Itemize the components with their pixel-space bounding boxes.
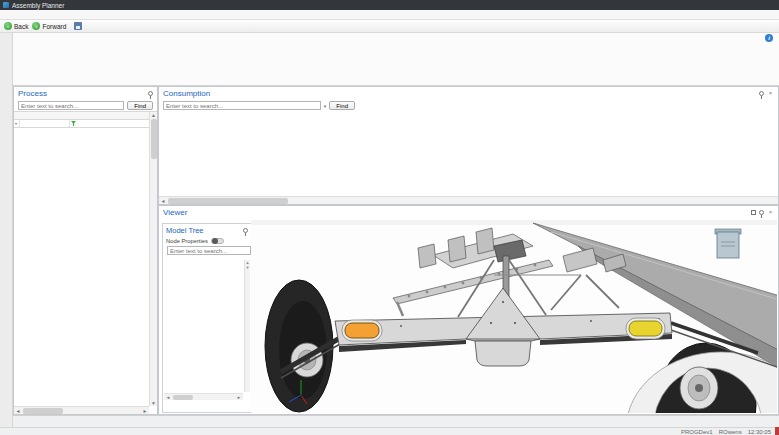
scroll-down-icon[interactable]: ▼ <box>150 400 158 406</box>
model-tree-panel: Model Tree Node Properties Find ▲▼ ◄ ► <box>162 223 252 413</box>
model-tree-scrollbar[interactable]: ▲▼ <box>244 260 250 392</box>
scroll-left-icon[interactable]: ◄ <box>14 408 22 414</box>
consumption-panel: Consumption × ▾ Find ◄ <box>158 86 779 205</box>
process-panel-title: Process <box>18 89 47 98</box>
process-grid-header <box>14 111 157 120</box>
orange-marker-light <box>342 320 382 341</box>
node-properties-toggle[interactable] <box>211 238 224 244</box>
model-tree-tab-strip <box>163 401 165 411</box>
consumption-find-button[interactable]: Find <box>329 101 355 110</box>
scroll-thumb[interactable] <box>173 395 193 400</box>
scroll-right-icon[interactable]: ► <box>235 395 243 400</box>
process-find-button[interactable]: Find <box>127 101 153 110</box>
process-horizontal-scrollbar[interactable]: ◄ ► <box>14 406 149 414</box>
scroll-left-icon[interactable]: ◄ <box>159 198 167 204</box>
pin-icon[interactable] <box>759 91 764 96</box>
model-tree-header: Model Tree <box>163 224 251 237</box>
ribbon-body <box>13 45 779 85</box>
status-bar: PROGDev1 ROwens 12:30:05 <box>0 427 779 435</box>
pin-icon[interactable] <box>148 91 153 96</box>
info-icon[interactable]: i <box>765 34 773 42</box>
consumption-panel-header: Consumption × <box>159 87 778 100</box>
title-bar: Assembly Planner <box>0 0 779 10</box>
window-title: Assembly Planner <box>12 2 64 9</box>
close-icon[interactable]: × <box>767 90 774 97</box>
ribbon-tab-strip <box>13 33 779 45</box>
center-tab <box>475 341 531 366</box>
weld-block <box>715 229 741 258</box>
status-profile: PROGDev1 <box>681 429 713 435</box>
back-icon: ‹ <box>4 22 12 30</box>
node-properties-label: Node Properties <box>166 238 208 244</box>
scroll-up-icon[interactable]: ▲ <box>150 112 158 118</box>
model-tree-title: Model Tree <box>166 226 204 235</box>
viewer-panel-header: Viewer × <box>159 206 778 219</box>
back-button[interactable]: ‹ Back <box>4 22 28 30</box>
menu-bar <box>0 10 779 20</box>
cad-viewport[interactable] <box>251 220 777 413</box>
process-tree <box>14 127 149 406</box>
chevron-down-icon[interactable]: ▾ <box>324 103 327 109</box>
bottom-tab-strip <box>13 415 779 427</box>
app-icon <box>3 2 9 8</box>
scroll-thumb[interactable] <box>168 198 288 204</box>
scroll-left-icon[interactable]: ◄ <box>164 395 172 400</box>
maximize-icon[interactable] <box>751 210 756 215</box>
scroll-thumb[interactable] <box>151 119 157 159</box>
process-search-input[interactable] <box>18 101 124 110</box>
cad-scene <box>251 220 777 413</box>
model-tree-list <box>164 260 246 395</box>
status-user: ROwens <box>719 429 742 435</box>
consumption-grid <box>159 112 778 184</box>
module-side-strip <box>0 33 13 435</box>
consumption-search-input[interactable] <box>163 101 321 110</box>
process-vertical-scrollbar[interactable]: ▲ ▼ <box>149 112 157 406</box>
node-properties-row: Node Properties <box>163 237 251 245</box>
model-tree-horizontal-scrollbar[interactable]: ◄ ► <box>164 393 243 400</box>
model-tree-search-row: Find <box>163 245 251 256</box>
quick-toolbar: ‹ Back › Forward <box>0 20 779 33</box>
pin-icon[interactable] <box>243 228 248 233</box>
filter-icon <box>71 121 76 126</box>
ribbon: i <box>13 33 779 86</box>
consumption-search-row: ▾ Find <box>159 100 359 111</box>
consumption-panel-title: Consumption <box>163 89 210 98</box>
save-icon[interactable] <box>74 22 82 30</box>
pin-icon[interactable] <box>759 210 764 215</box>
viewer-panel-title: Viewer <box>163 208 187 217</box>
amber-marker-light <box>626 318 665 339</box>
process-panel-header: Process <box>14 87 157 100</box>
status-time: 12:30:05 <box>748 429 771 435</box>
forward-icon: › <box>32 22 40 30</box>
assembly-planner-window: Assembly Planner ‹ Back › Forward i Proc… <box>0 0 779 435</box>
close-icon[interactable]: × <box>767 209 774 216</box>
process-search-row: Find <box>14 100 157 111</box>
model-tree-search-input[interactable] <box>167 246 251 255</box>
viewer-panel: Viewer × Model Tree Node Properties Find… <box>158 205 779 415</box>
forward-button[interactable]: › Forward <box>32 22 66 30</box>
status-grip <box>775 427 779 435</box>
scroll-thumb[interactable] <box>23 408 63 414</box>
process-panel: Process Find ▾ ▲ ▼ ◄ ► <box>13 86 158 415</box>
scroll-right-icon[interactable]: ► <box>141 408 149 414</box>
consumption-horizontal-scrollbar[interactable]: ◄ <box>159 196 778 204</box>
